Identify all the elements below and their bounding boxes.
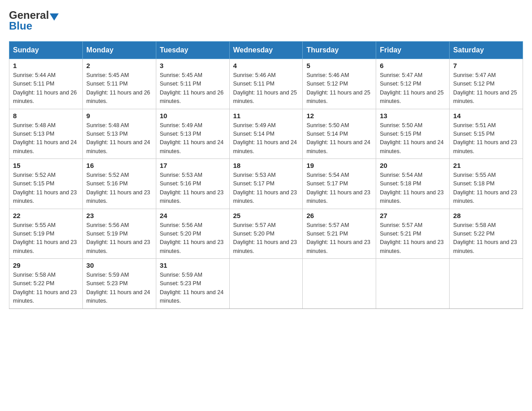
day-number: 8 [13,112,79,120]
calendar-week-row: 22 Sunrise: 5:55 AM Sunset: 5:19 PM Dayl… [9,209,523,259]
calendar-cell: 20 Sunrise: 5:54 AM Sunset: 5:18 PM Dayl… [376,159,450,209]
daylight-label: Daylight: 11 hours and 23 minutes. [160,189,223,204]
calendar-cell: 4 Sunrise: 5:46 AM Sunset: 5:11 PM Dayli… [229,59,303,109]
calendar-cell: 30 Sunrise: 5:59 AM Sunset: 5:23 PM Dayl… [82,259,156,309]
daylight-label: Daylight: 11 hours and 25 minutes. [306,90,370,104]
logo-blue-text: Blue [9,20,32,32]
sunrise-label: Sunrise: 5:53 AM [160,172,202,178]
logo-general-text: General [9,9,49,21]
day-info: Sunrise: 5:49 AM Sunset: 5:14 PM Dayligh… [233,121,299,156]
sunset-label: Sunset: 5:12 PM [453,81,494,87]
day-number: 3 [160,62,226,69]
calendar-cell: 11 Sunrise: 5:49 AM Sunset: 5:14 PM Dayl… [229,109,303,159]
calendar-cell: 13 Sunrise: 5:50 AM Sunset: 5:15 PM Dayl… [376,109,450,159]
calendar-cell: 31 Sunrise: 5:59 AM Sunset: 5:23 PM Dayl… [156,259,229,309]
calendar-cell: 22 Sunrise: 5:55 AM Sunset: 5:19 PM Dayl… [9,209,83,259]
day-number: 23 [86,212,152,219]
daylight-label: Daylight: 11 hours and 24 minutes. [233,139,297,154]
daylight-label: Daylight: 11 hours and 23 minutes. [233,239,297,254]
sunrise-label: Sunrise: 5:58 AM [13,272,56,278]
sunset-label: Sunset: 5:15 PM [13,180,54,187]
daylight-label: Daylight: 11 hours and 25 minutes. [380,90,443,104]
day-number: 21 [453,162,519,169]
daylight-label: Daylight: 11 hours and 23 minutes. [13,289,77,304]
calendar-cell [450,259,523,309]
sunset-label: Sunset: 5:20 PM [233,231,275,237]
day-number: 13 [380,112,446,120]
sunset-label: Sunset: 5:15 PM [380,131,421,137]
day-number: 31 [160,261,226,269]
sunset-label: Sunset: 5:17 PM [306,180,348,187]
calendar-cell: 10 Sunrise: 5:49 AM Sunset: 5:13 PM Dayl… [156,109,229,159]
sunrise-label: Sunrise: 5:58 AM [453,222,496,228]
calendar-cell: 14 Sunrise: 5:51 AM Sunset: 5:15 PM Dayl… [450,109,523,159]
day-info: Sunrise: 5:54 AM Sunset: 5:17 PM Dayligh… [306,171,372,206]
daylight-label: Daylight: 11 hours and 23 minutes. [453,189,517,204]
daylight-label: Daylight: 11 hours and 24 minutes. [86,139,150,154]
day-number: 28 [453,212,519,219]
sunset-label: Sunset: 5:12 PM [306,81,348,87]
calendar-header-row: SundayMondayTuesdayWednesdayThursdayFrid… [9,42,523,59]
day-number: 5 [306,62,372,69]
sunset-label: Sunset: 5:11 PM [13,81,54,87]
daylight-label: Daylight: 11 hours and 24 minutes. [160,139,223,154]
sunrise-label: Sunrise: 5:59 AM [86,272,129,278]
sunrise-label: Sunrise: 5:52 AM [13,172,56,178]
day-of-week-header: Monday [82,42,156,59]
sunrise-label: Sunrise: 5:59 AM [160,272,202,278]
calendar-cell: 26 Sunrise: 5:57 AM Sunset: 5:21 PM Dayl… [303,209,376,259]
day-of-week-header: Thursday [303,42,376,59]
day-number: 18 [233,162,299,169]
calendar-week-row: 15 Sunrise: 5:52 AM Sunset: 5:15 PM Dayl… [9,159,523,209]
day-info: Sunrise: 5:58 AM Sunset: 5:22 PM Dayligh… [13,271,79,306]
calendar-cell: 8 Sunrise: 5:48 AM Sunset: 5:13 PM Dayli… [9,109,83,159]
day-number: 29 [13,261,79,269]
day-info: Sunrise: 5:48 AM Sunset: 5:13 PM Dayligh… [13,121,79,156]
calendar-cell: 6 Sunrise: 5:47 AM Sunset: 5:12 PM Dayli… [376,59,450,109]
calendar-cell: 9 Sunrise: 5:48 AM Sunset: 5:13 PM Dayli… [82,109,156,159]
day-info: Sunrise: 5:46 AM Sunset: 5:11 PM Dayligh… [233,71,299,106]
sunrise-label: Sunrise: 5:46 AM [306,72,349,78]
day-of-week-header: Saturday [450,42,523,59]
calendar-cell: 23 Sunrise: 5:56 AM Sunset: 5:19 PM Dayl… [82,209,156,259]
day-number: 27 [380,212,446,219]
day-info: Sunrise: 5:47 AM Sunset: 5:12 PM Dayligh… [380,71,446,106]
day-number: 20 [380,162,446,169]
calendar-cell: 18 Sunrise: 5:53 AM Sunset: 5:17 PM Dayl… [229,159,303,209]
sunrise-label: Sunrise: 5:52 AM [86,172,129,178]
sunset-label: Sunset: 5:22 PM [453,231,494,237]
sunset-label: Sunset: 5:14 PM [233,131,275,137]
day-info: Sunrise: 5:57 AM Sunset: 5:20 PM Dayligh… [233,221,299,256]
sunrise-label: Sunrise: 5:56 AM [160,222,202,228]
sunrise-label: Sunrise: 5:44 AM [13,72,56,78]
sunrise-label: Sunrise: 5:49 AM [233,122,276,128]
daylight-label: Daylight: 11 hours and 23 minutes. [86,189,150,204]
day-number: 6 [380,62,446,69]
day-number: 11 [233,112,299,120]
day-number: 24 [160,212,226,219]
calendar-cell: 19 Sunrise: 5:54 AM Sunset: 5:17 PM Dayl… [303,159,376,209]
sunset-label: Sunset: 5:13 PM [86,131,128,137]
sunset-label: Sunset: 5:16 PM [86,180,128,187]
daylight-label: Daylight: 11 hours and 23 minutes. [13,189,77,204]
calendar-cell: 12 Sunrise: 5:50 AM Sunset: 5:14 PM Dayl… [303,109,376,159]
day-number: 22 [13,212,79,219]
sunrise-label: Sunrise: 5:47 AM [380,72,422,78]
daylight-label: Daylight: 11 hours and 26 minutes. [86,90,150,104]
day-info: Sunrise: 5:50 AM Sunset: 5:15 PM Dayligh… [380,121,446,156]
day-info: Sunrise: 5:56 AM Sunset: 5:19 PM Dayligh… [86,221,152,256]
day-number: 10 [160,112,226,120]
day-info: Sunrise: 5:46 AM Sunset: 5:12 PM Dayligh… [306,71,372,106]
sunrise-label: Sunrise: 5:54 AM [380,172,422,178]
daylight-label: Daylight: 11 hours and 23 minutes. [380,239,443,254]
sunrise-label: Sunrise: 5:53 AM [233,172,276,178]
daylight-label: Daylight: 11 hours and 23 minutes. [306,239,370,254]
calendar-cell: 1 Sunrise: 5:44 AM Sunset: 5:11 PM Dayli… [9,59,83,109]
daylight-label: Daylight: 11 hours and 23 minutes. [453,239,517,254]
daylight-label: Daylight: 11 hours and 24 minutes. [306,139,370,154]
day-info: Sunrise: 5:59 AM Sunset: 5:23 PM Dayligh… [86,271,152,306]
day-of-week-header: Sunday [9,42,83,59]
calendar-cell: 15 Sunrise: 5:52 AM Sunset: 5:15 PM Dayl… [9,159,83,209]
day-info: Sunrise: 5:53 AM Sunset: 5:17 PM Dayligh… [233,171,299,206]
day-of-week-header: Friday [376,42,450,59]
